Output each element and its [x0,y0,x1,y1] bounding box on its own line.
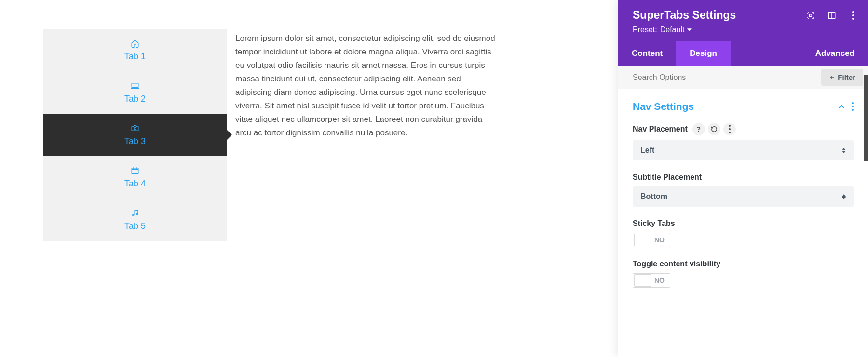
sort-icon [842,194,846,199]
filter-label: Filter [838,73,855,81]
tab-item-2[interactable]: Tab 2 [43,71,227,114]
tab-label: Tab 1 [124,52,146,62]
svg-point-3 [133,214,134,216]
calendar-icon [131,166,139,175]
tab-advanced-settings[interactable]: Advanced [802,41,868,66]
select-value: Bottom [640,192,667,201]
field-label: Sticky Tabs [633,219,675,228]
section-header[interactable]: Nav Settings [633,101,854,112]
panel-title: SuperTabs Settings [633,9,736,22]
nav-placement-select[interactable]: Left [633,140,854,160]
field-nav-placement: Nav Placement ? Left [633,123,854,160]
sort-icon [842,148,846,153]
kebab-menu-icon[interactable] [849,11,857,20]
toggle-knob [634,274,651,287]
field-toggle-visibility: Toggle content visibility NO [633,260,854,288]
search-input[interactable] [618,66,818,89]
kebab-menu-icon[interactable] [852,102,854,111]
tab-item-3[interactable]: Tab 3 [43,114,227,156]
tab-content: Lorem ipsum dolor sit amet, consectetur … [227,29,497,241]
kebab-menu-icon[interactable] [723,123,736,135]
subtitle-placement-select[interactable]: Bottom [633,186,854,207]
svg-point-1 [134,127,136,130]
reset-icon[interactable] [708,123,720,135]
music-icon [131,209,139,217]
select-value: Left [640,146,654,155]
preset-value: Default [660,26,685,34]
help-icon[interactable]: ? [692,123,705,135]
panel-body: Nav Settings Nav Placement ? Left [618,89,868,357]
expand-icon[interactable] [806,11,815,20]
scrollbar[interactable] [864,75,868,161]
field-label: Nav Placement [633,125,688,133]
chevron-down-icon [687,28,692,31]
search-row: Filter [618,66,868,89]
svg-rect-5 [810,14,812,16]
tab-nav: Tab 1 Tab 2 Tab 3 Tab 4 Tab 5 [43,29,227,241]
toggle-value: NO [654,277,665,284]
svg-rect-0 [132,83,138,87]
tab-design-settings[interactable]: Design [676,41,731,66]
settings-panel: SuperTabs Settings Preset: Default Conte… [618,0,868,357]
toggle-knob [634,234,651,246]
field-subtitle-placement: Subtitle Placement Bottom [633,173,854,207]
tab-label: Tab 4 [124,179,146,189]
plus-icon [829,75,835,80]
toggle-value: NO [654,236,665,244]
tab-item-5[interactable]: Tab 5 [43,198,227,241]
toggle-visibility-toggle[interactable]: NO [633,273,670,288]
field-label: Toggle content visibility [633,260,720,268]
chevron-up-icon[interactable] [838,104,845,109]
preset-selector[interactable]: Preset: Default [633,26,857,34]
panel-header: SuperTabs Settings Preset: Default [618,0,868,41]
tab-label: Tab 3 [124,136,146,146]
filter-button[interactable]: Filter [821,69,863,86]
panel-layout-icon[interactable] [827,11,836,20]
preset-prefix: Preset: [633,26,657,34]
panel-tabs: Content Design Advanced [618,41,868,66]
section-title: Nav Settings [633,101,694,112]
svg-point-4 [136,213,138,215]
tab-content-settings[interactable]: Content [618,41,676,66]
sticky-tabs-toggle[interactable]: NO [633,233,670,247]
tab-item-1[interactable]: Tab 1 [43,29,227,71]
home-icon [131,39,139,48]
field-label: Subtitle Placement [633,173,702,182]
field-sticky-tabs: Sticky Tabs NO [633,219,854,247]
tab-label: Tab 2 [124,94,146,104]
svg-rect-2 [132,168,138,173]
tab-item-4[interactable]: Tab 4 [43,156,227,198]
laptop-icon [131,81,139,90]
tab-label: Tab 5 [124,221,146,231]
preview-area: Tab 1 Tab 2 Tab 3 Tab 4 Tab 5 Lorem ipsu… [43,29,497,241]
camera-icon [131,124,139,132]
